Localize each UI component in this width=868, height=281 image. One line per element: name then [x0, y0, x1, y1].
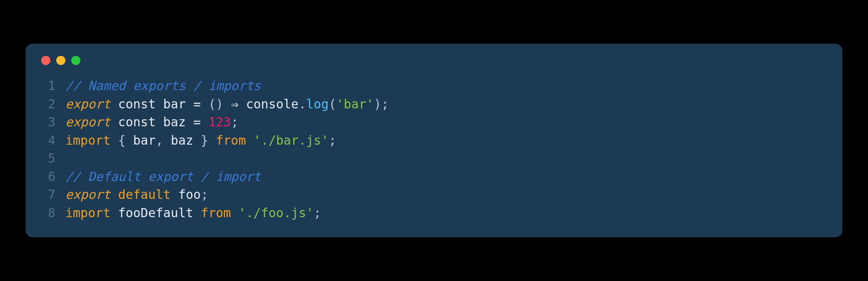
code-line: 2export const bar = () ⇒ console.log('ba…	[40, 95, 828, 113]
code-token: // Named exports / imports	[65, 78, 261, 93]
code-token: ;	[231, 115, 238, 129]
code-token	[110, 206, 118, 220]
code-content: import fooDefault from './foo.js';	[65, 204, 828, 222]
code-token	[208, 133, 216, 148]
code-editor-window: 1// Named exports / imports2export const…	[26, 44, 842, 237]
code-token: export	[65, 187, 110, 202]
code-token	[171, 187, 178, 202]
code-token	[193, 206, 201, 220]
code-token	[110, 133, 118, 148]
code-token: default	[118, 187, 170, 202]
code-token: './foo.js'	[238, 206, 314, 220]
code-token: ()	[208, 97, 223, 111]
code-token: =	[193, 97, 201, 111]
code-token: import	[65, 206, 110, 220]
code-token: ;	[201, 187, 208, 202]
code-token: log	[306, 97, 329, 111]
code-content: // Default export / import	[65, 168, 828, 186]
code-content: export const baz = 123;	[65, 113, 828, 131]
code-token: './bar.js'	[254, 133, 329, 148]
code-token	[186, 97, 193, 111]
code-token	[156, 115, 163, 129]
code-token	[186, 115, 193, 129]
close-icon[interactable]	[41, 56, 50, 65]
code-token	[110, 115, 118, 129]
code-token: foo	[178, 187, 201, 202]
line-number: 6	[40, 168, 55, 186]
code-token: (	[329, 97, 336, 111]
code-token	[156, 97, 163, 111]
line-number: 2	[40, 95, 55, 113]
code-area[interactable]: 1// Named exports / imports2export const…	[40, 77, 828, 222]
window-traffic-lights	[40, 56, 828, 65]
code-token: from	[216, 133, 246, 148]
code-token: }	[193, 133, 208, 148]
code-token	[110, 97, 118, 111]
code-token: from	[201, 206, 231, 220]
maximize-icon[interactable]	[71, 56, 80, 65]
code-token: bar	[133, 133, 156, 148]
code-content: export const bar = () ⇒ console.log('bar…	[65, 95, 828, 113]
code-token: bar	[163, 97, 186, 111]
code-line: 8import fooDefault from './foo.js';	[40, 204, 828, 222]
code-token: export	[65, 115, 110, 129]
code-token: 'bar'	[336, 97, 374, 111]
line-number: 8	[40, 204, 55, 222]
code-content: export default foo;	[65, 186, 828, 204]
code-line: 4import { bar, baz } from './bar.js';	[40, 131, 828, 150]
code-token	[231, 206, 238, 220]
code-token: baz	[163, 115, 186, 129]
line-number: 5	[40, 149, 55, 168]
code-line: 7export default foo;	[40, 186, 828, 204]
code-token: =	[193, 115, 201, 129]
code-token: 123	[208, 115, 231, 129]
code-token: import	[65, 133, 110, 148]
code-line: 6// Default export / import	[40, 168, 828, 186]
code-token: // Default export / import	[65, 169, 261, 184]
code-token: {	[118, 133, 133, 148]
code-line: 1// Named exports / imports	[40, 77, 828, 95]
code-token: .	[299, 97, 306, 111]
code-token: export	[65, 97, 110, 111]
minimize-icon[interactable]	[56, 56, 65, 65]
code-token	[223, 97, 231, 111]
code-token	[110, 187, 118, 202]
code-token: const	[118, 97, 155, 111]
code-content: import { bar, baz } from './bar.js';	[65, 131, 828, 150]
code-line: 3export const baz = 123;	[40, 113, 828, 131]
code-token: const	[118, 115, 155, 129]
code-token: baz	[171, 133, 193, 148]
line-number: 3	[40, 113, 55, 131]
code-content: // Named exports / imports	[65, 77, 828, 95]
code-token: console	[246, 97, 299, 111]
code-token: fooDefault	[118, 206, 193, 220]
code-token: );	[374, 97, 389, 111]
code-line: 5	[40, 149, 828, 168]
code-token: ⇒	[231, 97, 238, 111]
code-token	[238, 97, 246, 111]
code-token: ;	[314, 206, 321, 220]
line-number: 4	[40, 131, 55, 150]
code-content	[65, 149, 828, 168]
code-token: ;	[329, 133, 336, 148]
code-token	[246, 133, 254, 148]
line-number: 1	[40, 77, 55, 95]
code-token	[201, 97, 208, 111]
code-token	[201, 115, 208, 129]
code-token: ,	[156, 133, 171, 148]
line-number: 7	[40, 186, 55, 204]
